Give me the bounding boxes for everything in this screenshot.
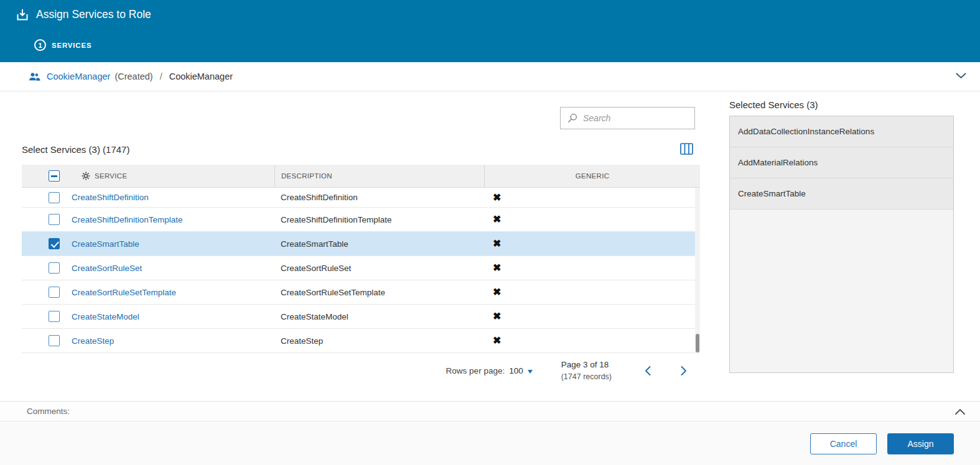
not-generic-x-icon: ✖: [493, 193, 501, 203]
service-description: CreateSortRuleSet: [274, 256, 484, 280]
role-users-icon: [29, 72, 40, 81]
page-info: Page 3 of 18: [561, 359, 612, 371]
service-link[interactable]: CreateSortRuleSetTemplate: [67, 288, 176, 297]
table-row[interactable]: CreateSmartTable CreateSmartTable ✖: [22, 232, 700, 256]
selected-service-item: CreateSmartTable: [730, 178, 953, 209]
previous-page-chevron-left-icon[interactable]: [640, 364, 655, 379]
search-icon: [567, 113, 577, 123]
service-link[interactable]: CreateShiftDefinition: [67, 193, 149, 202]
table-scrollbar[interactable]: [695, 188, 700, 353]
service-link[interactable]: CreateStateModel: [67, 312, 139, 321]
column-label-description: DESCRIPTION: [281, 172, 332, 180]
selected-service-item: AddDataCollectionInstanceRelations: [730, 116, 953, 147]
table-row[interactable]: CreateSortRuleSet CreateSortRuleSet ✖: [22, 256, 700, 280]
comments-section: Comments:: [0, 401, 980, 421]
row-spacer: [22, 208, 42, 231]
column-header-generic: GENERIC: [484, 165, 700, 187]
selected-service-item: AddMaterialRelations: [730, 147, 953, 178]
column-label-service: SERVICE: [95, 172, 127, 180]
service-link[interactable]: CreateStep: [67, 336, 114, 346]
rows-per-page-value: 100: [509, 366, 523, 375]
services-table: SERVICE DESCRIPTION GENERIC CreateShiftD…: [22, 165, 700, 353]
main-content: Select Services (3) (1747): [0, 91, 980, 401]
dialog-footer: Cancel Assign: [0, 422, 980, 465]
pagination-bar: Rows per page: 100 Page 3 of 18 (1747 re…: [22, 359, 700, 383]
row-checkbox[interactable]: [49, 335, 60, 346]
not-generic-x-icon: ✖: [493, 214, 501, 224]
breadcrumb-expand-chevron-down-icon[interactable]: [956, 73, 966, 79]
row-checkbox[interactable]: [49, 238, 60, 249]
row-spacer: [22, 232, 42, 256]
search-input[interactable]: [583, 113, 688, 123]
table-row[interactable]: CreateShiftDefinitionTemplate CreateShif…: [22, 208, 700, 232]
comments-collapse-chevron-up-icon[interactable]: [955, 409, 965, 415]
service-description: CreateShiftDefinitionTemplate: [274, 208, 484, 231]
title-row: Assign Services to Role: [16, 8, 151, 21]
service-link[interactable]: CreateSortRuleSet: [67, 264, 142, 273]
row-checkbox[interactable]: [49, 192, 60, 203]
row-spacer: [22, 256, 42, 280]
service-description: CreateStateModel: [274, 305, 484, 328]
selected-services-panel: Selected Services (3) AddDataCollectionI…: [729, 99, 954, 373]
service-description: CreateStep: [274, 329, 484, 352]
caret-down-icon: [528, 370, 533, 374]
selected-services-list: AddDataCollectionInstanceRelations AddMa…: [729, 116, 954, 373]
breadcrumb-status: (Created): [114, 71, 152, 81]
service-description: CreateShiftDefinition: [274, 188, 484, 207]
cancel-button[interactable]: Cancel: [810, 433, 877, 454]
selected-services-title: Selected Services (3): [729, 99, 954, 110]
not-generic-x-icon: ✖: [493, 311, 501, 321]
comments-label: Comments:: [27, 407, 70, 416]
row-checkbox[interactable]: [49, 287, 60, 298]
rows-per-page-label: Rows per page:: [446, 366, 505, 375]
column-chooser-icon[interactable]: [678, 140, 694, 157]
row-spacer: [22, 305, 42, 328]
page-title: Assign Services to Role: [36, 8, 151, 21]
assign-role-icon: [16, 9, 29, 21]
header-spacer: [22, 165, 42, 187]
page-info-block: Page 3 of 18 (1747 records): [561, 359, 612, 383]
not-generic-x-icon: ✖: [493, 263, 501, 273]
breadcrumb-separator: /: [160, 71, 162, 81]
service-link[interactable]: CreateSmartTable: [67, 239, 139, 249]
not-generic-x-icon: ✖: [493, 239, 501, 249]
service-description: CreateSortRuleSetTemplate: [274, 280, 484, 304]
column-header-service: SERVICE: [67, 165, 274, 187]
breadcrumb-current: CookieManager: [169, 71, 233, 81]
wizard-step: 1 SERVICES: [34, 39, 91, 51]
row-checkbox[interactable]: [49, 311, 60, 322]
assign-button[interactable]: Assign: [887, 433, 954, 454]
page-nav: [640, 364, 691, 379]
row-checkbox[interactable]: [49, 262, 60, 274]
gear-icon: [82, 172, 90, 180]
select-all-checkbox[interactable]: [49, 170, 60, 182]
service-description: CreateSmartTable: [274, 232, 484, 256]
search-box[interactable]: [560, 107, 695, 129]
row-checkbox[interactable]: [49, 214, 60, 225]
breadcrumb: CookieManager (Created) / CookieManager: [0, 62, 980, 91]
header-checkbox-cell: [42, 165, 67, 187]
row-spacer: [22, 329, 42, 352]
scrollbar-thumb[interactable]: [696, 334, 699, 352]
table-row[interactable]: CreateStep CreateStep ✖: [22, 329, 700, 353]
not-generic-x-icon: ✖: [493, 336, 501, 346]
breadcrumb-role-link[interactable]: CookieManager: [47, 71, 110, 81]
column-label-generic: GENERIC: [576, 172, 610, 180]
table-row[interactable]: CreateSortRuleSetTemplate CreateSortRule…: [22, 280, 700, 305]
assign-services-dialog: Assign Services to Role 1 SERVICES Cooki…: [0, 0, 980, 465]
row-spacer: [22, 188, 42, 207]
step-label: SERVICES: [52, 42, 91, 49]
table-row[interactable]: CreateStateModel CreateStateModel ✖: [22, 305, 700, 329]
step-number-badge: 1: [34, 39, 46, 51]
row-spacer: [22, 280, 42, 304]
service-link[interactable]: CreateShiftDefinitionTemplate: [67, 215, 183, 224]
dialog-header: Assign Services to Role 1 SERVICES: [0, 0, 980, 62]
next-page-chevron-right-icon[interactable]: [676, 364, 691, 379]
table-header-row: SERVICE DESCRIPTION GENERIC: [22, 165, 700, 188]
records-info: (1747 records): [561, 371, 612, 383]
select-services-title: Select Services (3) (1747): [22, 144, 129, 155]
column-header-description: DESCRIPTION: [274, 165, 484, 187]
rows-per-page-dropdown[interactable]: Rows per page: 100: [446, 366, 533, 375]
table-body: CreateShiftDefinition CreateShiftDefinit…: [22, 188, 700, 353]
table-row[interactable]: CreateShiftDefinition CreateShiftDefinit…: [22, 188, 700, 208]
